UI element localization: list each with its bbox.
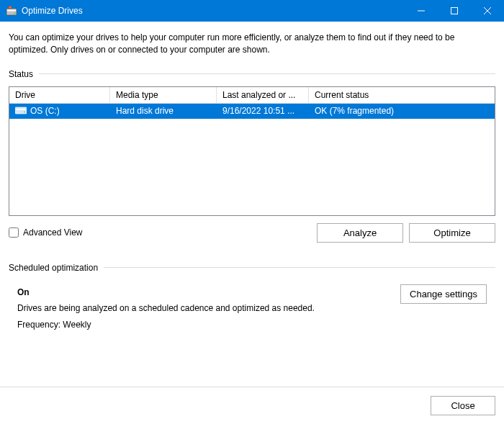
divider <box>39 73 495 74</box>
advanced-view-checkbox[interactable]: Advanced View <box>9 227 83 238</box>
col-media[interactable]: Media type <box>110 87 217 103</box>
minimize-button[interactable] <box>405 0 438 22</box>
sched-section-label: Scheduled optimization <box>9 263 495 273</box>
svg-rect-4 <box>451 8 458 14</box>
drive-list[interactable]: Drive Media type Last analyzed or ... Cu… <box>9 86 495 216</box>
drive-icon <box>15 106 27 117</box>
sched-state: On <box>17 284 315 301</box>
svg-rect-8 <box>17 109 26 110</box>
app-icon <box>6 5 17 17</box>
svg-rect-1 <box>7 10 16 12</box>
col-drive[interactable]: Drive <box>9 87 110 103</box>
drive-media: Hard disk drive <box>110 104 217 118</box>
close-dialog-button[interactable]: Close <box>431 396 495 415</box>
sched-desc: Drives are being analyzed on a scheduled… <box>17 300 315 317</box>
sched-label-text: Scheduled optimization <box>9 263 98 273</box>
drive-last: 9/16/2022 10:51 ... <box>217 104 309 118</box>
window-controls <box>405 0 504 22</box>
close-button[interactable] <box>471 0 504 22</box>
analyze-button[interactable]: Analyze <box>317 223 403 243</box>
advanced-view-input[interactable] <box>9 227 19 238</box>
col-last[interactable]: Last analyzed or ... <box>217 87 309 103</box>
col-current[interactable]: Current status <box>309 87 495 103</box>
sched-freq: Frequency: Weekly <box>17 317 315 333</box>
titlebar: Optimize Drives <box>0 0 504 22</box>
optimize-button[interactable]: Optimize <box>409 223 495 243</box>
status-section-label: Status <box>9 69 495 79</box>
svg-rect-7 <box>15 107 27 114</box>
change-settings-button[interactable]: Change settings <box>400 284 487 304</box>
maximize-button[interactable] <box>438 0 471 22</box>
drive-list-header: Drive Media type Last analyzed or ... Cu… <box>9 87 495 104</box>
window-title: Optimize Drives <box>22 6 405 16</box>
svg-rect-0 <box>6 9 17 15</box>
svg-point-2 <box>14 13 16 14</box>
status-label-text: Status <box>9 69 33 79</box>
intro-text: You can optimize your drives to help you… <box>9 32 495 56</box>
sched-info: On Drives are being analyzed on a schedu… <box>17 284 315 333</box>
drive-row[interactable]: OS (C:) Hard disk drive 9/16/2022 10:51 … <box>9 104 495 119</box>
advanced-view-label: Advanced View <box>23 227 83 238</box>
divider <box>104 267 495 268</box>
footer: Close <box>0 387 504 424</box>
drive-name: OS (C:) <box>30 106 60 116</box>
drive-status: OK (7% fragmented) <box>309 104 495 118</box>
svg-point-9 <box>24 111 25 112</box>
